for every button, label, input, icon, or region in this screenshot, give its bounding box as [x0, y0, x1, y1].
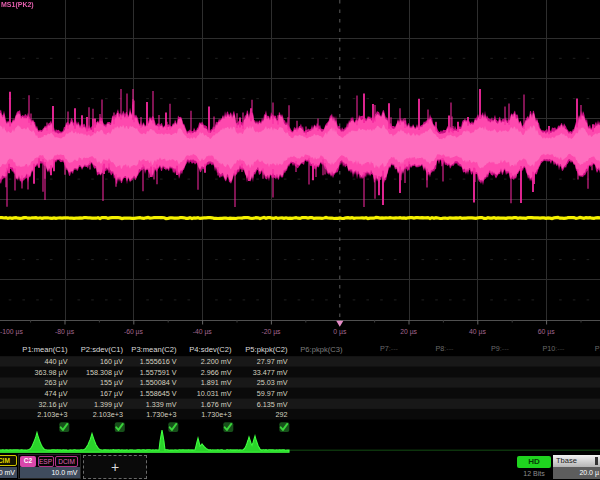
svg-text:1.676 mV: 1.676 mV	[201, 400, 232, 409]
svg-text:167 µV: 167 µV	[100, 389, 123, 398]
svg-text:20 µs: 20 µs	[400, 328, 417, 336]
svg-text:25.03 mV: 25.03 mV	[257, 378, 288, 387]
svg-text:440 µV: 440 µV	[45, 357, 68, 366]
svg-text:1.730e+3: 1.730e+3	[201, 410, 231, 419]
svg-text:P9:---: P9:---	[491, 344, 510, 353]
svg-text:P2:sdev(C1): P2:sdev(C1)	[81, 345, 124, 354]
svg-text:160 µV: 160 µV	[100, 357, 123, 366]
svg-text:263 µV: 263 µV	[45, 378, 68, 387]
svg-text:2.966 mV: 2.966 mV	[201, 368, 232, 377]
svg-text:363.98 µV: 363.98 µV	[35, 368, 68, 377]
svg-text:158.308 µV: 158.308 µV	[86, 368, 123, 377]
svg-text:2.103e+3: 2.103e+3	[93, 410, 123, 419]
svg-text:40 µs: 40 µs	[469, 328, 486, 336]
svg-text:MS1(PK2): MS1(PK2)	[1, 1, 34, 9]
svg-text:1.339 mV: 1.339 mV	[146, 400, 177, 409]
svg-text:P5:pkpk(C2): P5:pkpk(C2)	[245, 345, 288, 354]
svg-text:P1:mean(C1): P1:mean(C1)	[22, 345, 68, 354]
svg-text:1.557591 V: 1.557591 V	[140, 368, 177, 377]
svg-text:60 µs: 60 µs	[538, 328, 555, 336]
svg-text:P10:---: P10:---	[543, 344, 566, 353]
svg-text:-100 µs: -100 µs	[0, 328, 23, 336]
svg-text:6.135 mV: 6.135 mV	[257, 400, 288, 409]
svg-text:P3:mean(C2): P3:mean(C2)	[131, 345, 177, 354]
svg-text:-80 µs: -80 µs	[55, 328, 75, 336]
svg-text:1.558645 V: 1.558645 V	[140, 389, 177, 398]
svg-text:1.550084 V: 1.550084 V	[140, 378, 177, 387]
svg-text:474 µV: 474 µV	[45, 389, 68, 398]
svg-text:292: 292	[276, 410, 288, 419]
svg-text:27.97 mV: 27.97 mV	[257, 357, 288, 366]
svg-text:2.103e+3: 2.103e+3	[37, 410, 67, 419]
svg-text:10.031 mV: 10.031 mV	[197, 389, 232, 398]
svg-text:1.891 mV: 1.891 mV	[201, 378, 232, 387]
svg-text:1.730e+3: 1.730e+3	[146, 410, 176, 419]
svg-text:-60 µs: -60 µs	[124, 328, 144, 336]
svg-text:2.200 mV: 2.200 mV	[201, 357, 232, 366]
svg-text:-20 µs: -20 µs	[261, 328, 281, 336]
svg-text:59.97 mV: 59.97 mV	[257, 389, 288, 398]
svg-text:P8:---: P8:---	[436, 344, 455, 353]
svg-text:0 µs: 0 µs	[333, 328, 347, 336]
svg-text:32.16 µV: 32.16 µV	[39, 400, 68, 409]
svg-text:P7:---: P7:---	[380, 344, 399, 353]
svg-text:-40 µs: -40 µs	[193, 328, 213, 336]
svg-text:P4:sdev(C2): P4:sdev(C2)	[189, 345, 232, 354]
svg-text:33.477 mV: 33.477 mV	[253, 368, 288, 377]
svg-text:1.555616 V: 1.555616 V	[140, 357, 177, 366]
svg-text:1.399 µV: 1.399 µV	[94, 400, 123, 409]
svg-text:P1: P1	[595, 344, 600, 353]
svg-text:155 µV: 155 µV	[100, 378, 123, 387]
svg-text:P6:pkpk(C3): P6:pkpk(C3)	[300, 345, 343, 354]
